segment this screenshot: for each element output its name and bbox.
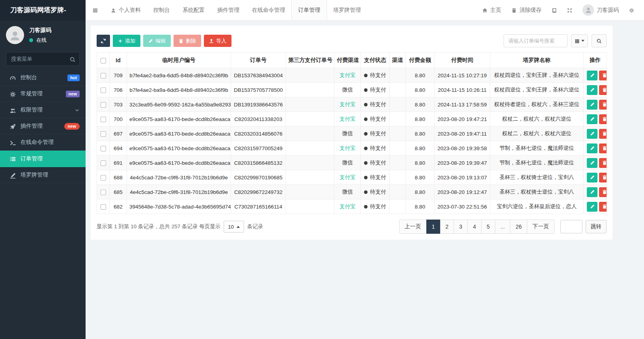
tab-tarot-manage[interactable]: 塔罗牌管理 xyxy=(327,0,367,20)
search-button[interactable] xyxy=(592,34,607,47)
row-edit-button[interactable] xyxy=(587,100,597,110)
columns-button[interactable] xyxy=(571,34,588,47)
row-delete-button[interactable] xyxy=(599,143,607,153)
select-all-checkbox[interactable] xyxy=(101,58,106,63)
column-header-7[interactable]: 付费金额 xyxy=(406,52,435,68)
pagination-page-3[interactable]: 3 xyxy=(454,220,468,234)
clear-cache-button[interactable]: 清除缓存 xyxy=(506,0,547,20)
column-header-1[interactable]: 临时用户编号 xyxy=(127,52,231,68)
row-checkbox[interactable] xyxy=(101,204,106,210)
table-row[interactable]: 685 4e4c5cad-72be-c9f6-31f8-7012b19b6d9e… xyxy=(97,185,607,199)
column-header-9[interactable]: 塔罗牌名称 xyxy=(490,52,584,68)
fullscreen-button[interactable] xyxy=(562,0,577,20)
column-header-3[interactable]: 第三方支付订单号 xyxy=(286,52,334,68)
menu-search-input[interactable] xyxy=(6,52,80,66)
row-edit-button[interactable] xyxy=(587,187,597,197)
sidebar-item-dashboard[interactable]: 控制台hot xyxy=(0,70,86,86)
sidebar-item-addon[interactable]: 插件管理new xyxy=(0,118,86,134)
cell-order-no: C820299672249732 xyxy=(231,185,286,199)
row-delete-button[interactable] xyxy=(599,187,607,197)
pagination-page-1[interactable]: 1 xyxy=(426,220,441,234)
row-edit-button[interactable] xyxy=(587,129,597,139)
delete-button[interactable]: 删除 xyxy=(174,35,201,47)
menu-toggle-button[interactable] xyxy=(86,0,105,20)
table-row[interactable]: 694 e9ce0575-aa63-6170-bede-dcd8b26eaaca… xyxy=(97,141,607,156)
column-header-8[interactable]: 付费时间 xyxy=(435,52,490,68)
import-button[interactable]: 导入 xyxy=(204,35,231,47)
pagination-next[interactable]: 下一页 xyxy=(527,220,554,234)
docs-button[interactable] xyxy=(547,0,562,20)
table-row[interactable]: 697 e9ce0575-aa63-6170-bede-dcd8b26eaaca… xyxy=(97,127,607,141)
row-delete-button[interactable] xyxy=(599,71,607,80)
pagination-page-4[interactable]: 4 xyxy=(467,220,482,234)
sidebar-item-tarot[interactable]: 塔罗牌管理 xyxy=(0,167,86,183)
tab-command-manage[interactable]: 在线命令管理 xyxy=(246,0,291,20)
row-checkbox[interactable] xyxy=(101,117,106,122)
page-jump-button[interactable]: 跳转 xyxy=(586,220,607,233)
table-row[interactable]: 709 b7fe4ae2-ba9a-6dd5-84b8-d89402c36f9b… xyxy=(97,68,607,83)
row-checkbox[interactable] xyxy=(101,190,106,195)
row-delete-button[interactable] xyxy=(599,129,607,139)
row-edit-button[interactable] xyxy=(587,85,597,95)
row-checkbox[interactable] xyxy=(101,131,106,137)
cell-id: 688 xyxy=(110,170,127,185)
row-edit-button[interactable] xyxy=(587,71,597,80)
row-checkbox[interactable] xyxy=(101,73,106,78)
table-row[interactable]: 700 e9ce0575-aa63-6170-bede-dcd8b26eaaca… xyxy=(97,112,607,127)
row-edit-button[interactable] xyxy=(587,202,597,212)
row-edit-button[interactable] xyxy=(587,143,597,153)
column-header-5[interactable]: 支付状态 xyxy=(361,52,390,68)
settings-button[interactable] xyxy=(624,0,639,20)
column-header-0[interactable]: Id xyxy=(110,52,127,68)
sidebar-item-general[interactable]: 常规管理new xyxy=(0,86,86,102)
table-row[interactable]: 691 e9ce0575-aa63-6170-bede-dcd8b26eaaca… xyxy=(97,156,607,170)
pagination-page-5[interactable]: 5 xyxy=(481,220,495,234)
tab-addon-manage[interactable]: 插件管理 xyxy=(211,0,246,20)
user-menu[interactable]: 刀客源码 xyxy=(577,0,624,20)
sidebar-item-auth[interactable]: 权限管理 xyxy=(0,102,86,118)
sidebar-item-command[interactable]: 在线命令管理 xyxy=(0,134,86,151)
cell-id: 709 xyxy=(110,68,127,83)
pagination-page-26[interactable]: 26 xyxy=(510,220,527,234)
home-link[interactable]: 主页 xyxy=(477,0,506,20)
page-size-dropdown[interactable]: 10 xyxy=(224,221,244,233)
column-header-4[interactable]: 付费渠道 xyxy=(334,52,361,68)
table-row[interactable]: 703 32c3ea95-6e09-9592-162a-6a55ba9e8293… xyxy=(97,97,607,112)
tab-dashboard[interactable]: 控制台 xyxy=(147,0,176,20)
page-jump-input[interactable] xyxy=(560,220,582,233)
row-edit-button[interactable] xyxy=(587,114,597,124)
row-delete-button[interactable] xyxy=(599,158,607,168)
column-header-2[interactable]: 订单号 xyxy=(231,52,286,68)
row-delete-button[interactable] xyxy=(599,202,607,212)
tab-system-config[interactable]: 系统配置 xyxy=(176,0,211,20)
row-checkbox[interactable] xyxy=(101,146,106,151)
row-edit-button[interactable] xyxy=(587,158,597,168)
brand-logo[interactable]: 刀客源码网塔罗牌- xyxy=(0,0,86,20)
row-checkbox[interactable] xyxy=(101,175,106,181)
pagination-prev[interactable]: 上一页 xyxy=(399,220,427,234)
sidebar-item-order[interactable]: 订单管理 xyxy=(0,151,86,167)
edit-button[interactable]: 编辑 xyxy=(143,35,171,47)
order-search-input[interactable] xyxy=(504,34,567,47)
column-header-6[interactable]: 渠道 xyxy=(390,52,406,68)
table-row[interactable]: 682 3945648e-7d38-5c78-adad-4e3b65695d74… xyxy=(97,199,607,214)
cell-pay-channel: 微信 xyxy=(334,156,361,170)
row-edit-button[interactable] xyxy=(587,173,597,183)
refresh-button[interactable] xyxy=(97,35,110,47)
tab-profile[interactable]: 个人资料 xyxy=(105,0,147,20)
table-row[interactable]: 688 4e4c5cad-72be-c9f6-31f8-7012b19b6d9e… xyxy=(97,170,607,185)
row-delete-button[interactable] xyxy=(599,100,607,110)
add-button[interactable]: 添加 xyxy=(113,35,140,47)
row-checkbox[interactable] xyxy=(101,102,106,108)
row-checkbox[interactable] xyxy=(101,88,106,93)
status-dot-icon xyxy=(364,117,368,121)
cell-tarot-names: 圣杯三，权杖骑士逆位，宝剑八 xyxy=(490,185,584,199)
pagination-page-2[interactable]: 2 xyxy=(440,220,454,234)
row-checkbox[interactable] xyxy=(101,160,106,166)
column-header-10[interactable]: 操作 xyxy=(584,52,607,68)
row-delete-button[interactable] xyxy=(599,114,607,124)
table-row[interactable]: 706 b7fe4ae2-ba9a-6dd5-84b8-d89402c36f9b… xyxy=(97,83,607,97)
row-delete-button[interactable] xyxy=(599,85,607,95)
row-delete-button[interactable] xyxy=(599,173,607,183)
tab-order-manage[interactable]: 订单管理 xyxy=(291,0,327,20)
